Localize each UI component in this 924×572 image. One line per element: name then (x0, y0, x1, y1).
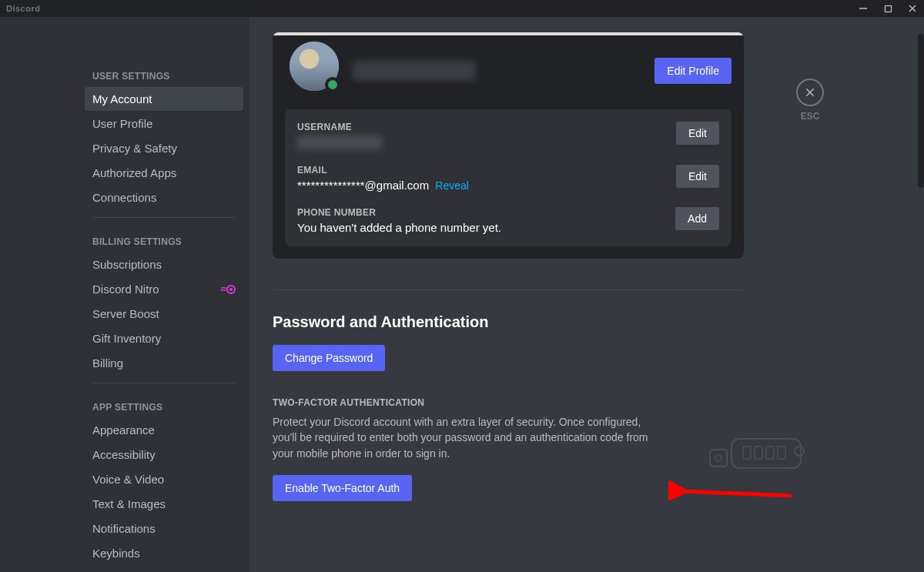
password-section-title: Password and Authentication (273, 313, 744, 331)
minimize-icon[interactable] (858, 4, 869, 13)
sidebar-item-language[interactable]: Language (85, 566, 243, 572)
svg-point-9 (795, 447, 804, 456)
sidebar-item-my-account[interactable]: My Account (85, 87, 243, 111)
sidebar-item-subscriptions[interactable]: Subscriptions (85, 253, 243, 276)
close-icon[interactable] (907, 4, 918, 13)
edit-email-button[interactable]: Edit (676, 165, 719, 188)
sidebar-item-text-images[interactable]: Text & Images (85, 492, 243, 516)
status-online-icon (325, 77, 340, 92)
sidebar-item-keybinds[interactable]: Keybinds (85, 541, 243, 565)
svg-point-15 (715, 455, 721, 461)
edit-username-button[interactable]: Edit (676, 122, 719, 145)
sidebar-divider (92, 383, 236, 383)
sidebar-category-app: APP SETTINGS (85, 391, 243, 417)
sidebar-category-billing: BILLING SETTINGS (85, 226, 243, 252)
sidebar-item-accessibility[interactable]: Accessibility (85, 443, 243, 467)
svg-rect-10 (743, 447, 751, 459)
titlebar: Discord (0, 0, 924, 17)
svg-rect-13 (778, 447, 785, 459)
sidebar-divider (92, 217, 236, 218)
change-password-button[interactable]: Change Password (273, 345, 385, 371)
maximize-icon[interactable] (882, 4, 893, 13)
field-username: USERNAME Edit (297, 122, 719, 149)
section-divider (273, 289, 744, 290)
window-controls (858, 4, 918, 13)
sidebar-item-appearance[interactable]: Appearance (85, 418, 243, 442)
username-label: USERNAME (297, 122, 676, 132)
settings-sidebar: USER SETTINGS My Account User Profile Pr… (0, 17, 249, 572)
sidebar-item-billing[interactable]: Billing (85, 351, 243, 375)
sidebar-item-gift-inventory[interactable]: Gift Inventory (85, 326, 243, 350)
close-icon (804, 86, 816, 99)
phone-value: You haven't added a phone number yet. (297, 221, 675, 234)
svg-rect-1 (885, 5, 891, 12)
account-fields: USERNAME Edit EMAIL ***************@gmai… (285, 109, 732, 246)
close-settings: ESC (796, 79, 824, 122)
svg-rect-12 (766, 447, 774, 459)
reveal-email-link[interactable]: Reveal (435, 179, 469, 192)
email-value: ***************@gmail.com Reveal (297, 179, 676, 192)
sidebar-item-notifications[interactable]: Notifications (85, 517, 243, 540)
sidebar-item-authorized-apps[interactable]: Authorized Apps (85, 161, 243, 185)
svg-rect-11 (755, 447, 762, 459)
sidebar-category-user: USER SETTINGS (85, 28, 243, 86)
field-phone: PHONE NUMBER You haven't added a phone n… (297, 207, 719, 234)
svg-rect-14 (710, 450, 727, 467)
settings-main: Edit Profile USERNAME Edit EMAIL (249, 17, 924, 572)
scrollbar-thumb[interactable] (918, 34, 924, 188)
field-email: EMAIL ***************@gmail.com Reveal E… (297, 165, 719, 192)
profile-card: Edit Profile USERNAME Edit EMAIL (273, 32, 744, 259)
close-settings-button[interactable] (796, 79, 824, 106)
avatar[interactable] (285, 37, 343, 95)
username-value (297, 135, 382, 149)
sidebar-item-voice-video[interactable]: Voice & Video (85, 467, 243, 491)
twofa-illustration-icon (708, 434, 816, 473)
phone-label: PHONE NUMBER (297, 207, 675, 218)
profile-username (353, 61, 476, 81)
nitro-icon (220, 284, 236, 295)
twofa-description: Protect your Discord account with an ext… (273, 414, 650, 461)
email-label: EMAIL (297, 165, 676, 176)
sidebar-item-privacy-safety[interactable]: Privacy & Safety (85, 136, 243, 160)
edit-profile-button[interactable]: Edit Profile (654, 58, 732, 84)
app-brand: Discord (6, 4, 40, 13)
sidebar-item-connections[interactable]: Connections (85, 186, 243, 209)
sidebar-item-server-boost[interactable]: Server Boost (85, 302, 243, 326)
sidebar-item-discord-nitro[interactable]: Discord Nitro (85, 277, 243, 301)
twofa-heading: TWO-FACTOR AUTHENTICATION (273, 397, 744, 408)
sidebar-item-user-profile[interactable]: User Profile (85, 112, 243, 135)
svg-point-5 (229, 288, 233, 291)
enable-twofa-button[interactable]: Enable Two-Factor Auth (273, 475, 412, 501)
add-phone-button[interactable]: Add (675, 207, 719, 230)
esc-label: ESC (796, 111, 824, 122)
